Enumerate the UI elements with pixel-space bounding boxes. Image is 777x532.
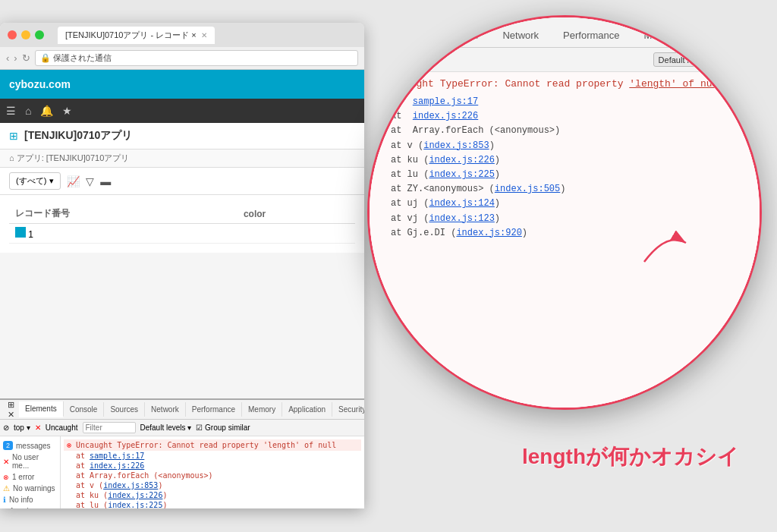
large-stack-link-1[interactable]: sample.js:17 [413,96,478,107]
app-toolbar: (すべて) ▾ 📈 ▽ ▬ [0,168,364,195]
large-stack-4: at v (index.js:853) [391,139,753,153]
sidebar-info: ℹ No info [3,494,57,505]
console-sidebar: 2 messages ✕ No user me... ⊗ 1 error ⚠ N… [0,436,61,508]
large-stack-5: at ku (index.js:226) [391,153,753,168]
large-stack-link-5[interactable]: index.js:226 [429,155,494,165]
dt-tab-performance[interactable]: Performance [551,24,631,47]
console-content: 2 messages ✕ No user me... ⊗ 1 error ⚠ N… [0,436,364,508]
devtools-tabs: ⊞ ✕ Elements Console Sources Network Per… [0,400,364,420]
address-bar: ‹ › ↻ 🔒 保護された通信 [0,47,364,70]
messages-count-badge: 2 [3,441,13,450]
checkbox-group: ☑ Group similar [196,423,250,432]
stack-link-5[interactable]: index.js:226 [108,491,162,499]
default-levels-button[interactable]: Default levels ▾ [653,52,721,67]
chevron-down-icon: ▾ [49,176,54,186]
tab-console[interactable]: Console [64,402,105,417]
group-similar-checkbox[interactable] [727,55,737,65]
large-stack-3: at Array.forEach (<anonymous>) [391,124,753,138]
info-icon-small: ℹ [3,496,6,504]
tab-memory[interactable]: Memory [242,402,282,417]
stack-trace-large: at sample.js:17 at index.js:226 at Array… [391,95,753,241]
reload-button[interactable]: ↻ [22,52,30,64]
back-button[interactable]: ‹ [6,52,9,64]
large-stack-8: at uj (index.js:124) [391,197,753,211]
messages-label: messages [16,442,51,450]
dt-tab-console[interactable]: Console [370,24,430,47]
stack-link-2[interactable]: index.js:226 [90,461,144,470]
minimize-button[interactable] [21,30,30,39]
close-button[interactable] [8,30,17,39]
large-stack-1: at sample.js:17 [391,95,753,109]
stack-link-4[interactable]: index.js:853 [103,481,158,490]
filter-icon[interactable]: ▽ [86,175,94,187]
app-title: [TENJIKU]0710アプリ [24,129,132,143]
tab-sources[interactable]: Sources [104,402,145,417]
record-value: 1 [28,229,33,240]
filter-input-large[interactable] [391,55,647,65]
large-stack-link-10[interactable]: index.js:920 [456,228,521,238]
chart-icon[interactable]: 📈 [67,175,80,187]
tab-elements[interactable]: Elements [19,401,64,417]
home-icon[interactable]: ⌂ [25,105,31,117]
error-circle-icon: ⊗ [376,79,382,92]
forward-button[interactable]: › [14,52,17,64]
tab-application[interactable]: Application [282,402,332,417]
warning-icon-small: ⚠ [3,484,10,493]
app-logo: cybozu.com [9,78,71,90]
large-stack-link-4[interactable]: index.js:853 [423,140,489,151]
bell-icon[interactable]: 🔔 [40,105,53,117]
dt-tab-sources[interactable]: Sources [430,24,491,47]
sidebar-1-error: ⊗ 1 error [3,471,57,483]
dt-tab-application[interactable]: Application [691,24,762,47]
tab-performance[interactable]: Performance [186,402,242,417]
group-similar-check[interactable]: Gro [727,55,753,65]
stack-line-6: at lu (index.js:225) [64,500,361,508]
star-icon[interactable]: ★ [62,105,72,117]
home-breadcrumb-icon: ⌂ [9,153,14,162]
verbose-icon: ▸ [3,507,7,508]
record-color-dot [15,227,26,238]
devtools-small-toolbar: ⊘ top ▾ ✕ Uncaught Default levels ▾ ☑ Gr… [0,420,364,436]
console-select-icon: ⊘ [3,423,9,432]
address-input[interactable]: 🔒 保護された通信 [35,50,358,66]
record-color-val [238,224,355,244]
filter-down-icon: ▼ [376,55,385,65]
tab-network[interactable]: Network [145,402,186,417]
dt-tab-network[interactable]: Network [490,24,551,47]
length-underline: 'length' of null [629,78,724,90]
scope-select[interactable]: top ▾ [14,423,30,432]
browser-window: [TENJIKU]0710アプリ - レコード × ✕ ‹ › ↻ 🔒 保護され… [0,23,364,508]
tab-close-icon[interactable]: ✕ [201,31,207,39]
large-stack-link-6[interactable]: index.js:225 [429,169,494,180]
maximize-button[interactable] [35,30,44,39]
large-stack-link-2[interactable]: index.js:226 [413,111,478,121]
tab-security[interactable]: Security [332,402,364,417]
app-nav: ☰ ⌂ 🔔 ★ [0,99,364,123]
devtools-toolbar-large: ▼ Default levels ▾ Gro [370,48,760,72]
stack-link-1[interactable]: sample.js:17 [90,452,144,460]
browser-tab[interactable]: [TENJIKU]0710アプリ - レコード × ✕ [58,27,215,44]
filter-select[interactable]: (すべて) ▾ [9,172,61,190]
error-count-label: 1 error [12,473,34,481]
col-header-no: レコード番号 [9,204,238,224]
console-error-main: ⊗ Uncaught TypeError: Cannot read proper… [64,439,361,451]
filter-input-small[interactable] [83,422,136,433]
hamburger-icon[interactable]: ☰ [6,105,16,117]
large-stack-2: at index.js:226 [391,109,753,124]
error-dot: ✕ [3,458,9,466]
breadcrumb: ⌂ アプリ: [TENJIKU]0710アプリ [0,150,364,168]
stack-link-6[interactable]: index.js:225 [108,501,162,508]
info-label: No info [9,496,33,504]
large-stack-link-9[interactable]: index.js:123 [429,213,494,224]
large-stack-link-8[interactable]: index.js:124 [429,198,494,209]
group-similar-label: Gro [740,55,753,65]
large-stack-link-7[interactable]: index.js:505 [495,184,560,194]
record-table: レコード番号 color 1 [9,204,355,244]
sidebar-messages: 2 messages [3,439,57,452]
bar-chart-icon[interactable]: ▬ [100,175,111,187]
sidebar-no-user: ✕ No user me... [3,452,57,471]
dt-tab-memory[interactable]: Memory [632,24,692,47]
arrow-svg [637,224,697,269]
app-header: cybozu.com [0,70,364,99]
jp-annotation: lengthが何かオカシイ [522,442,739,471]
